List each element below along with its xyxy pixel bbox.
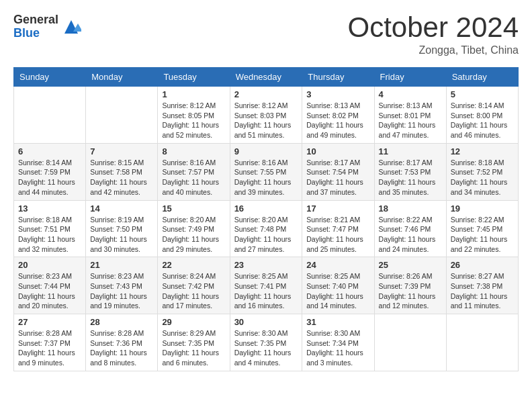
day-number: 22	[162, 260, 225, 270]
day-number: 31	[306, 317, 369, 327]
calendar-cell: 26Sunrise: 8:27 AMSunset: 7:38 PMDayligh…	[446, 257, 518, 314]
cell-content: Sunrise: 8:24 AMSunset: 7:42 PMDaylight:…	[162, 271, 225, 311]
calendar-cell: 15Sunrise: 8:20 AMSunset: 7:49 PMDayligh…	[158, 200, 230, 257]
day-number: 6	[18, 146, 81, 156]
calendar-cell	[374, 314, 446, 371]
cell-content: Sunrise: 8:20 AMSunset: 7:49 PMDaylight:…	[162, 215, 225, 255]
calendar-cell: 27Sunrise: 8:28 AMSunset: 7:37 PMDayligh…	[14, 314, 86, 371]
day-number: 24	[306, 260, 369, 270]
calendar-table: SundayMondayTuesdayWednesdayThursdayFrid…	[13, 67, 519, 371]
day-number: 5	[451, 89, 514, 99]
cell-content: Sunrise: 8:16 AMSunset: 7:57 PMDaylight:…	[162, 158, 225, 197]
day-number: 9	[234, 146, 298, 156]
location-subtitle: Zongga, Tibet, China	[347, 44, 519, 56]
day-number: 7	[90, 146, 153, 156]
calendar-cell: 23Sunrise: 8:25 AMSunset: 7:41 PMDayligh…	[230, 257, 302, 314]
calendar-cell: 14Sunrise: 8:19 AMSunset: 7:50 PMDayligh…	[86, 200, 158, 257]
cell-content: Sunrise: 8:14 AMSunset: 7:59 PMDaylight:…	[18, 158, 81, 197]
calendar-day-header: Monday	[86, 68, 158, 87]
calendar-cell: 10Sunrise: 8:17 AMSunset: 7:54 PMDayligh…	[302, 143, 374, 200]
calendar-cell: 19Sunrise: 8:22 AMSunset: 7:45 PMDayligh…	[446, 200, 518, 257]
cell-content: Sunrise: 8:18 AMSunset: 7:52 PMDaylight:…	[451, 158, 514, 197]
logo-blue-text: Blue	[13, 27, 58, 40]
calendar-day-header: Thursday	[302, 68, 374, 87]
calendar-cell: 12Sunrise: 8:18 AMSunset: 7:52 PMDayligh…	[446, 143, 518, 200]
day-number: 17	[306, 203, 369, 214]
title-area: October 2024 Zongga, Tibet, China	[347, 13, 519, 56]
calendar-day-header: Tuesday	[158, 68, 230, 87]
cell-content: Sunrise: 8:30 AMSunset: 7:35 PMDaylight:…	[234, 328, 298, 368]
day-number: 8	[162, 146, 225, 156]
cell-content: Sunrise: 8:29 AMSunset: 7:35 PMDaylight:…	[162, 328, 225, 368]
day-number: 12	[451, 146, 514, 156]
day-number: 19	[451, 203, 514, 214]
calendar-cell: 6Sunrise: 8:14 AMSunset: 7:59 PMDaylight…	[14, 143, 86, 200]
cell-content: Sunrise: 8:12 AMSunset: 8:03 PMDaylight:…	[234, 101, 298, 140]
day-number: 10	[306, 146, 369, 156]
cell-content: Sunrise: 8:15 AMSunset: 7:58 PMDaylight:…	[90, 158, 153, 197]
calendar-cell: 2Sunrise: 8:12 AMSunset: 8:03 PMDaylight…	[230, 87, 302, 144]
month-title: October 2024	[347, 13, 519, 42]
calendar-cell: 17Sunrise: 8:21 AMSunset: 7:47 PMDayligh…	[302, 200, 374, 257]
cell-content: Sunrise: 8:23 AMSunset: 7:43 PMDaylight:…	[90, 271, 153, 311]
cell-content: Sunrise: 8:28 AMSunset: 7:36 PMDaylight:…	[90, 328, 153, 368]
day-number: 20	[18, 260, 81, 270]
day-number: 25	[379, 260, 442, 270]
day-number: 18	[379, 203, 442, 214]
calendar-cell: 16Sunrise: 8:20 AMSunset: 7:48 PMDayligh…	[230, 200, 302, 257]
calendar-cell: 13Sunrise: 8:18 AMSunset: 7:51 PMDayligh…	[14, 200, 86, 257]
day-number: 14	[90, 203, 153, 214]
calendar-week-row: 1Sunrise: 8:12 AMSunset: 8:05 PMDaylight…	[14, 87, 519, 144]
day-number: 16	[234, 203, 298, 214]
cell-content: Sunrise: 8:12 AMSunset: 8:05 PMDaylight:…	[162, 101, 225, 140]
day-number: 26	[451, 260, 514, 270]
cell-content: Sunrise: 8:22 AMSunset: 7:45 PMDaylight:…	[451, 215, 514, 255]
calendar-week-row: 6Sunrise: 8:14 AMSunset: 7:59 PMDaylight…	[14, 143, 519, 200]
logo-icon	[61, 17, 81, 37]
calendar-day-header: Saturday	[446, 68, 518, 87]
day-number: 15	[162, 203, 225, 214]
calendar-cell: 11Sunrise: 8:17 AMSunset: 7:53 PMDayligh…	[374, 143, 446, 200]
calendar-cell	[86, 87, 158, 144]
calendar-header-row: SundayMondayTuesdayWednesdayThursdayFrid…	[14, 68, 519, 87]
calendar-cell: 21Sunrise: 8:23 AMSunset: 7:43 PMDayligh…	[86, 257, 158, 314]
calendar-cell: 22Sunrise: 8:24 AMSunset: 7:42 PMDayligh…	[158, 257, 230, 314]
day-number: 23	[234, 260, 298, 270]
cell-content: Sunrise: 8:26 AMSunset: 7:39 PMDaylight:…	[379, 271, 442, 311]
logo: General Blue	[13, 13, 81, 40]
cell-content: Sunrise: 8:13 AMSunset: 8:02 PMDaylight:…	[306, 101, 369, 140]
day-number: 28	[90, 317, 153, 327]
calendar-day-header: Wednesday	[230, 68, 302, 87]
day-number: 3	[306, 89, 369, 99]
calendar-cell	[446, 314, 518, 371]
calendar-cell: 4Sunrise: 8:13 AMSunset: 8:01 PMDaylight…	[374, 87, 446, 144]
day-number: 30	[234, 317, 298, 327]
day-number: 4	[379, 89, 442, 99]
day-number: 29	[162, 317, 225, 327]
day-number: 11	[379, 146, 442, 156]
cell-content: Sunrise: 8:28 AMSunset: 7:37 PMDaylight:…	[18, 328, 81, 368]
cell-content: Sunrise: 8:18 AMSunset: 7:51 PMDaylight:…	[18, 215, 81, 255]
cell-content: Sunrise: 8:16 AMSunset: 7:55 PMDaylight:…	[234, 158, 298, 197]
calendar-cell: 24Sunrise: 8:25 AMSunset: 7:40 PMDayligh…	[302, 257, 374, 314]
cell-content: Sunrise: 8:30 AMSunset: 7:34 PMDaylight:…	[306, 328, 369, 368]
calendar-cell: 28Sunrise: 8:28 AMSunset: 7:36 PMDayligh…	[86, 314, 158, 371]
day-number: 27	[18, 317, 81, 327]
cell-content: Sunrise: 8:19 AMSunset: 7:50 PMDaylight:…	[90, 215, 153, 255]
calendar-week-row: 27Sunrise: 8:28 AMSunset: 7:37 PMDayligh…	[14, 314, 519, 371]
calendar-cell: 29Sunrise: 8:29 AMSunset: 7:35 PMDayligh…	[158, 314, 230, 371]
cell-content: Sunrise: 8:23 AMSunset: 7:44 PMDaylight:…	[18, 271, 81, 311]
cell-content: Sunrise: 8:27 AMSunset: 7:38 PMDaylight:…	[451, 271, 514, 311]
cell-content: Sunrise: 8:22 AMSunset: 7:46 PMDaylight:…	[379, 215, 442, 255]
calendar-week-row: 13Sunrise: 8:18 AMSunset: 7:51 PMDayligh…	[14, 200, 519, 257]
calendar-cell: 30Sunrise: 8:30 AMSunset: 7:35 PMDayligh…	[230, 314, 302, 371]
day-number: 13	[18, 203, 81, 214]
cell-content: Sunrise: 8:25 AMSunset: 7:41 PMDaylight:…	[234, 271, 298, 311]
calendar-day-header: Sunday	[14, 68, 86, 87]
calendar-cell: 20Sunrise: 8:23 AMSunset: 7:44 PMDayligh…	[14, 257, 86, 314]
day-number: 2	[234, 89, 298, 99]
day-number: 21	[90, 260, 153, 270]
calendar-week-row: 20Sunrise: 8:23 AMSunset: 7:44 PMDayligh…	[14, 257, 519, 314]
cell-content: Sunrise: 8:21 AMSunset: 7:47 PMDaylight:…	[306, 215, 369, 255]
day-number: 1	[162, 89, 225, 99]
